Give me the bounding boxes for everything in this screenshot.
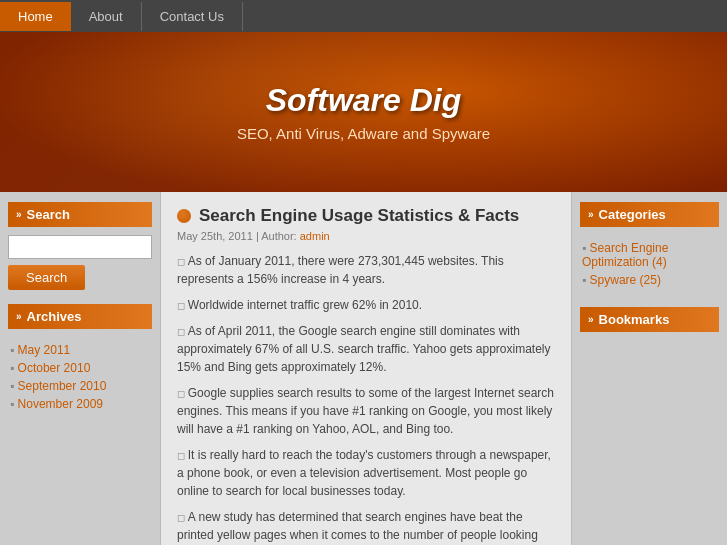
bookmarks-chevron-icon: » xyxy=(588,314,594,325)
post-meta: May 25th, 2011 | Author: admin xyxy=(177,230,555,242)
archive-item: May 2011 xyxy=(10,341,150,359)
archive-link-nov2009[interactable]: November 2009 xyxy=(18,397,103,411)
nav-item-contact[interactable]: Contact Us xyxy=(142,2,243,31)
post-paragraph: Worldwide internet traffic grew 62% in 2… xyxy=(177,296,555,314)
archive-item: September 2010 xyxy=(10,377,150,395)
navigation: Home About Contact Us xyxy=(0,0,727,32)
category-link-seo[interactable]: Search Engine Optimization (4) xyxy=(582,241,668,269)
post-author-label: | Author: xyxy=(256,230,300,242)
post-paragraph: Google supplies search results to some o… xyxy=(177,384,555,438)
category-item: Search Engine Optimization (4) xyxy=(582,239,717,271)
category-link-spyware[interactable]: Spyware (25) xyxy=(590,273,661,287)
archives-chevron-icon: » xyxy=(16,311,22,322)
bookmarks-label: Bookmarks xyxy=(599,312,670,327)
content-area: » Search Search » Archives May 2011 Octo… xyxy=(0,192,727,545)
search-label: Search xyxy=(27,207,70,222)
bookmarks-widget: » Bookmarks xyxy=(580,307,719,332)
post-title: Search Engine Usage Statistics & Facts xyxy=(177,206,555,226)
categories-chevron-icon: » xyxy=(588,209,594,220)
archive-item: October 2010 xyxy=(10,359,150,377)
categories-label: Categories xyxy=(599,207,666,222)
nav-item-about[interactable]: About xyxy=(71,2,142,31)
search-widget: » Search Search xyxy=(8,202,152,290)
left-sidebar: » Search Search » Archives May 2011 Octo… xyxy=(0,192,160,545)
post-paragraph: A new study has determined that search e… xyxy=(177,508,555,545)
post-paragraph: As of January 2011, there were 273,301,4… xyxy=(177,252,555,288)
post-paragraph: It is really hard to reach the today's c… xyxy=(177,446,555,500)
search-button[interactable]: Search xyxy=(8,265,85,290)
categories-list: Search Engine Optimization (4) Spyware (… xyxy=(580,235,719,293)
site-subtitle: SEO, Anti Virus, Adware and Spyware xyxy=(237,125,490,142)
categories-section-header: » Categories xyxy=(580,202,719,227)
right-sidebar: » Categories Search Engine Optimization … xyxy=(572,192,727,545)
search-input[interactable] xyxy=(8,235,152,259)
archive-list: May 2011 October 2010 September 2010 Nov… xyxy=(8,337,152,417)
site-header: Software Dig SEO, Anti Virus, Adware and… xyxy=(0,32,727,192)
archives-section-header: » Archives xyxy=(8,304,152,329)
bookmarks-section-header: » Bookmarks xyxy=(580,307,719,332)
post-title-text: Search Engine Usage Statistics & Facts xyxy=(199,206,519,226)
archive-item: November 2009 xyxy=(10,395,150,413)
archive-link-oct2010[interactable]: October 2010 xyxy=(18,361,91,375)
site-title: Software Dig xyxy=(266,82,462,119)
search-chevron-icon: » xyxy=(16,209,22,220)
post-body: As of January 2011, there were 273,301,4… xyxy=(177,252,555,545)
archive-link-sep2010[interactable]: September 2010 xyxy=(18,379,107,393)
category-item: Spyware (25) xyxy=(582,271,717,289)
categories-widget: » Categories Search Engine Optimization … xyxy=(580,202,719,293)
nav-item-home[interactable]: Home xyxy=(0,2,71,31)
archive-link-may2011[interactable]: May 2011 xyxy=(18,343,71,357)
post-paragraph: As of April 2011, the Google search engi… xyxy=(177,322,555,376)
archives-label: Archives xyxy=(27,309,82,324)
post-icon xyxy=(177,209,191,223)
post-author-link[interactable]: admin xyxy=(300,230,330,242)
archives-widget: » Archives May 2011 October 2010 Septemb… xyxy=(8,304,152,417)
main-content: Search Engine Usage Statistics & Facts M… xyxy=(160,192,572,545)
post-date: May 25th, 2011 xyxy=(177,230,253,242)
search-section-header: » Search xyxy=(8,202,152,227)
